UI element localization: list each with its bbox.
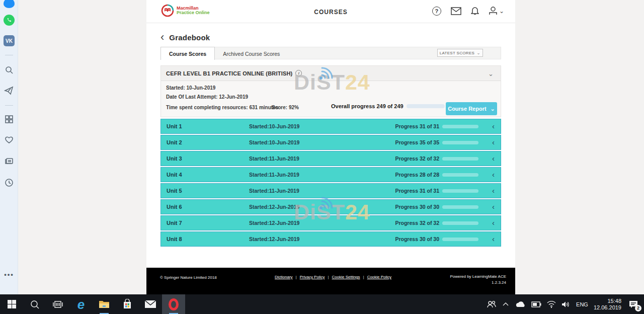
unit-name: Unit 7 xyxy=(167,220,182,226)
unit-row[interactable]: Unit 4 Started:11-Jun-2019 Progress 28 o… xyxy=(160,167,501,182)
taskbar: e ENG 15:48 12.06.2019 2 xyxy=(0,294,644,314)
unit-name: Unit 1 xyxy=(167,123,182,129)
course-details: Started: 10-Jun-2019 Date Of Last Attemp… xyxy=(161,81,501,117)
hidden-icons-chevron[interactable] xyxy=(502,302,509,306)
speed-dial-icon[interactable] xyxy=(0,115,18,124)
footer-link[interactable]: Cookie Settings xyxy=(332,275,360,279)
store-icon[interactable] xyxy=(116,294,139,314)
chevron-down-icon: ⌄ xyxy=(491,106,495,112)
chevron-left-icon[interactable]: ‹ xyxy=(492,122,495,130)
volume-icon[interactable] xyxy=(561,301,571,308)
system-tray: ENG 15:48 12.06.2019 2 xyxy=(487,298,644,311)
battery-icon[interactable] xyxy=(531,301,541,307)
unit-progress-bar xyxy=(442,189,478,193)
unit-progress-label: Progress 30 of 30 xyxy=(395,204,439,210)
back-button[interactable]: ‹ xyxy=(160,32,164,42)
footer-link-separator: | xyxy=(363,275,364,279)
page-footer: © Springer Nature Limited 2018 Dictionar… xyxy=(146,268,515,294)
unit-row[interactable]: Unit 6 Started:12-Jun-2019 Progress 30 o… xyxy=(160,199,501,214)
unit-progress-bar xyxy=(442,125,478,128)
chevron-down-icon[interactable]: ⌄ xyxy=(488,70,494,77)
unit-row[interactable]: Unit 7 Started:12-Jun-2019 Progress 32 o… xyxy=(160,215,501,230)
profile-icon xyxy=(489,6,498,16)
course-header[interactable]: CEFR LEVEL B1 PRACTICE ONLINE (BRITISH) … xyxy=(161,66,501,81)
footer-link[interactable]: Privacy Policy xyxy=(300,275,325,279)
footer-powered-by: Powered by LearningMate ACE xyxy=(450,274,506,279)
course-started: Started: 10-Jun-2019 xyxy=(166,85,215,91)
history-icon[interactable] xyxy=(0,178,18,187)
more-icon[interactable]: ••• xyxy=(0,271,18,278)
unit-progress-label: Progress 32 of 32 xyxy=(395,220,439,226)
people-icon[interactable] xyxy=(487,300,497,308)
chevron-left-icon[interactable]: ‹ xyxy=(492,170,495,179)
footer-link[interactable]: Dictionary xyxy=(275,275,293,279)
footer-link[interactable]: Cookie Policy xyxy=(367,275,391,279)
unit-progress-bar xyxy=(442,238,478,241)
unit-started-date: Started:12-Jun-2019 xyxy=(249,204,299,210)
file-explorer-icon[interactable] xyxy=(93,294,116,314)
course-time-spent: Time spent completing resources: 631 min… xyxy=(166,105,278,110)
sidebar-divider xyxy=(5,55,13,55)
chevron-left-icon[interactable]: ‹ xyxy=(492,186,495,195)
chevron-left-icon[interactable]: ‹ xyxy=(492,202,495,211)
unit-progress-label: Progress 31 of 31 xyxy=(395,123,439,129)
chevron-left-icon[interactable]: ‹ xyxy=(492,154,495,163)
mail-icon[interactable] xyxy=(451,7,461,15)
unit-name: Unit 2 xyxy=(167,139,182,145)
unit-progress-label: Progress 32 of 32 xyxy=(395,155,439,162)
scores-filter-dropdown[interactable]: LATEST SCORES ⌄ xyxy=(437,49,483,57)
info-icon[interactable]: i xyxy=(295,70,302,76)
taskbar-time: 15:48 xyxy=(607,298,621,304)
unit-name: Unit 4 xyxy=(167,172,182,178)
unit-name: Unit 5 xyxy=(167,188,182,194)
tab-archived-course-scores[interactable]: Archived Course Scores xyxy=(215,47,288,60)
unit-row[interactable]: Unit 3 Started:11-Jun-2019 Progress 32 o… xyxy=(160,151,501,166)
edge-icon[interactable]: e xyxy=(69,294,93,314)
notifications-icon[interactable] xyxy=(471,6,479,16)
taskbar-search-icon[interactable] xyxy=(23,294,46,314)
chevron-left-icon[interactable]: ‹ xyxy=(492,218,495,227)
unit-row[interactable]: Unit 8 Started:12-Jun-2019 Progress 30 o… xyxy=(160,231,501,247)
chevron-left-icon[interactable]: ‹ xyxy=(492,234,495,243)
telegram-icon[interactable] xyxy=(0,86,18,95)
course-last-attempt: Date Of Last Attempt: 12-Jun-2019 xyxy=(166,94,248,100)
bookmarks-icon[interactable] xyxy=(0,136,18,144)
unit-started-date: Started:11-Jun-2019 xyxy=(249,188,299,194)
unit-progress-label: Progress 30 of 30 xyxy=(395,236,439,242)
action-center-icon[interactable]: 2 xyxy=(627,298,640,311)
course-report-button[interactable]: Course Report ⌄ xyxy=(446,102,497,115)
task-view-icon[interactable] xyxy=(46,294,69,314)
search-icon[interactable] xyxy=(0,65,18,74)
profile-menu[interactable]: ⌄ xyxy=(489,6,504,16)
chevron-left-icon[interactable]: ‹ xyxy=(492,138,495,146)
vk-icon[interactable]: VK xyxy=(0,35,18,46)
unit-name: Unit 8 xyxy=(167,236,182,242)
messenger-icon[interactable] xyxy=(0,0,18,8)
unit-name: Unit 3 xyxy=(167,155,182,162)
start-button[interactable] xyxy=(0,294,23,314)
whatsapp-icon[interactable] xyxy=(0,15,18,26)
tab-course-scores[interactable]: Course Scores xyxy=(160,47,215,60)
unit-row[interactable]: Unit 1 Started:10-Jun-2019 Progress 31 o… xyxy=(160,119,501,134)
windows-logo-icon xyxy=(8,300,16,308)
mail-app-icon[interactable] xyxy=(139,294,162,314)
footer-links: Dictionary|Privacy Policy|Cookie Setting… xyxy=(275,275,391,279)
unit-row[interactable]: Unit 2 Started:10-Jun-2019 Progress 35 o… xyxy=(160,135,501,150)
unit-progress-label: Progress 31 of 31 xyxy=(395,188,439,194)
news-icon[interactable] xyxy=(0,157,18,165)
onedrive-icon[interactable] xyxy=(515,301,526,308)
unit-started-date: Started:12-Jun-2019 xyxy=(249,236,299,242)
unit-name: Unit 6 xyxy=(167,204,182,210)
scores-filter-value: LATEST SCORES xyxy=(440,51,474,55)
help-icon[interactable]: ? xyxy=(432,7,441,16)
language-indicator[interactable]: ENG xyxy=(576,301,588,307)
unit-row[interactable]: Unit 5 Started:11-Jun-2019 Progress 31 o… xyxy=(160,183,501,198)
browser-page: Macmillan Practice Online COURSES ? ⌄ ‹ … xyxy=(146,0,515,294)
opera-icon[interactable] xyxy=(162,294,185,314)
footer-link-separator: | xyxy=(296,275,297,279)
sidebar-divider xyxy=(5,105,13,106)
unit-started-date: Started:11-Jun-2019 xyxy=(249,172,299,178)
taskbar-clock[interactable]: 15:48 12.06.2019 xyxy=(594,298,621,311)
taskbar-date: 12.06.2019 xyxy=(594,304,621,310)
wifi-icon[interactable] xyxy=(547,301,556,308)
